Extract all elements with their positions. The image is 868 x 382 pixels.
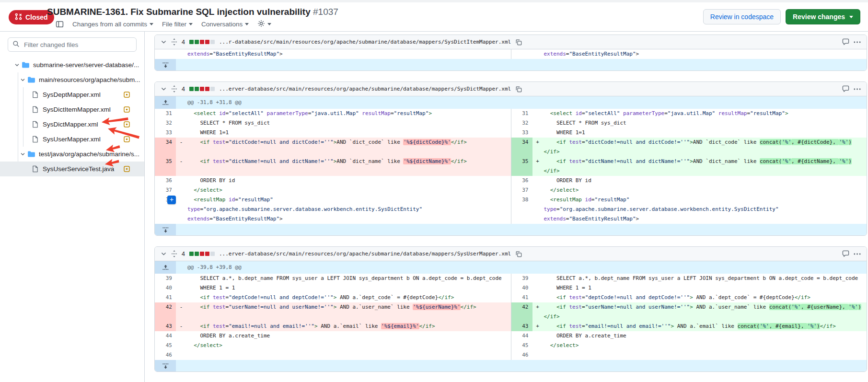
kebab-menu-icon[interactable] <box>854 41 861 43</box>
sidebar-toggle-icon[interactable] <box>56 20 64 28</box>
expand-up-button[interactable] <box>155 261 176 274</box>
chevron-down-icon[interactable] <box>18 77 27 82</box>
diff-right-cell: 37 </select> <box>511 185 867 195</box>
comment-icon[interactable] <box>842 38 849 46</box>
comment-icon[interactable] <box>842 85 849 93</box>
line-number[interactable]: 43 <box>511 322 532 331</box>
line-number[interactable]: 36 <box>511 176 532 185</box>
diff-left-cell: 36 ORDER BY id <box>155 176 511 185</box>
diffstat-deletion-square <box>200 252 204 256</box>
changes-from-dropdown[interactable]: Changes from all commits <box>72 21 153 28</box>
diffstat-addition-square <box>189 40 194 44</box>
line-number[interactable]: 41 <box>511 293 532 302</box>
kebab-menu-icon[interactable] <box>854 253 861 255</box>
line-number[interactable]: 38 <box>511 195 532 224</box>
line-number[interactable]: 46 <box>511 350 532 360</box>
line-number[interactable]: 32 <box>511 118 532 128</box>
tree-folder-item[interactable]: main/resources/org/apache/subm... <box>0 72 144 87</box>
copy-path-icon[interactable] <box>515 86 522 93</box>
filter-changed-files-input[interactable] <box>23 41 132 49</box>
line-number[interactable]: 42 <box>155 302 176 322</box>
line-number[interactable]: 45 <box>511 341 532 350</box>
code-line: <select id="selectAll" parameterType="ja… <box>543 109 867 118</box>
diff-main: 4...r-database/src/main/resources/org/ap… <box>145 32 868 382</box>
code-line: <if test="dictCode!=null and dictCode!='… <box>543 138 867 157</box>
line-number[interactable]: 35 <box>155 157 176 176</box>
diff-marker <box>532 283 543 293</box>
line-number[interactable]: 45 <box>155 341 176 350</box>
line-number[interactable]: 32 <box>155 118 176 128</box>
tree-file-item[interactable]: SysUserServiceTest.java <box>0 162 144 176</box>
tree-file-item[interactable]: SysUserMapper.xml <box>0 132 144 147</box>
line-number[interactable]: 44 <box>155 331 176 341</box>
pr-closed-icon <box>15 13 22 22</box>
line-number[interactable]: 37 <box>155 185 176 195</box>
line-number[interactable]: 34 <box>511 138 532 157</box>
diffstat-addition-square <box>189 252 194 256</box>
pr-header: Closed SUBMARINE-1361. Fix Submarine SQL… <box>0 2 868 32</box>
expand-down-button[interactable] <box>155 360 176 371</box>
code-line: SELECT a.*, b.dept_name FROM sys_user a … <box>543 274 867 283</box>
expand-down-button[interactable] <box>155 59 176 70</box>
tree-item-label: SysDictItemMapper.xml <box>43 106 111 113</box>
add-comment-button[interactable]: + <box>167 196 176 204</box>
line-number[interactable] <box>511 49 532 59</box>
review-in-codespace-button[interactable]: Review in codespace <box>703 9 781 24</box>
line-number[interactable]: 36 <box>155 176 176 185</box>
tree-file-item[interactable]: SysDeptMapper.xml <box>0 87 144 102</box>
diff-left-cell: 31 <select id="selectAll" parameterType=… <box>155 109 511 118</box>
diff-marker: + <box>532 322 543 331</box>
expand-up-button[interactable] <box>155 96 176 109</box>
comment-icon[interactable] <box>842 250 849 257</box>
line-number[interactable] <box>155 49 176 59</box>
line-number[interactable]: 35 <box>511 157 532 176</box>
collapse-chevron-icon[interactable] <box>161 39 167 45</box>
line-number[interactable]: 34 <box>155 138 176 157</box>
collapse-chevron-icon[interactable] <box>161 86 167 92</box>
copy-path-icon[interactable] <box>515 251 522 257</box>
line-number[interactable]: 40 <box>511 283 532 293</box>
line-number[interactable]: 43 <box>155 322 176 331</box>
line-number[interactable]: 46 <box>155 350 176 360</box>
line-number[interactable]: 39 <box>155 274 176 283</box>
drag-handle-icon[interactable] <box>171 85 177 93</box>
chevron-down-icon[interactable] <box>18 151 27 157</box>
file-path[interactable]: ...erver-database/src/main/resources/org… <box>219 251 511 257</box>
file-path[interactable]: ...erver-database/src/main/resources/org… <box>219 86 511 92</box>
diff-settings-dropdown[interactable] <box>257 20 271 29</box>
diff-row: 36 ORDER BY id36 ORDER BY id <box>155 176 867 185</box>
code-line: </select> <box>186 185 511 195</box>
hunk-row: @@ -39,8 +39,8 @@ <box>155 261 867 274</box>
modified-file-icon <box>124 106 130 113</box>
conversations-dropdown[interactable]: Conversations <box>201 21 249 28</box>
tree-folder-item[interactable]: test/java/org/apache/submarine/s... <box>0 147 144 162</box>
collapse-chevron-icon[interactable] <box>161 251 167 257</box>
code-line: WHERE 1 = 1 <box>543 283 867 293</box>
line-number[interactable]: 31 <box>155 109 176 118</box>
file-path[interactable]: ...r-database/src/main/resources/org/apa… <box>219 39 511 45</box>
tree-folder-item[interactable]: submarine-server/server-database/... <box>0 58 144 72</box>
line-number[interactable]: 40 <box>155 283 176 293</box>
expand-down-button[interactable] <box>155 224 176 235</box>
review-changes-button[interactable]: Review changes <box>786 9 860 24</box>
line-number[interactable]: 31 <box>511 109 532 118</box>
line-number[interactable]: 37 <box>511 185 532 195</box>
code-line: <if test="userName!=null and userName!='… <box>186 302 511 322</box>
file-filter-dropdown[interactable]: File filter <box>162 21 193 28</box>
line-number[interactable]: 33 <box>511 128 532 138</box>
diff-left-cell: 43- <if test="email!=null and email!=''"… <box>155 322 511 331</box>
tree-file-item[interactable]: SysDictItemMapper.xml <box>0 102 144 117</box>
drag-handle-icon[interactable] <box>171 250 177 257</box>
line-number[interactable]: 44 <box>511 331 532 341</box>
diffstat <box>189 252 215 256</box>
drag-handle-icon[interactable] <box>171 38 177 46</box>
line-number[interactable]: 39 <box>511 274 532 283</box>
diff-marker <box>532 118 543 128</box>
line-number[interactable]: 33 <box>155 128 176 138</box>
chevron-down-icon[interactable] <box>12 62 21 68</box>
copy-path-icon[interactable] <box>515 39 522 46</box>
line-number[interactable]: 42 <box>511 302 532 322</box>
tree-file-item[interactable]: SysDictMapper.xml <box>0 117 144 132</box>
line-number[interactable]: 41 <box>155 293 176 302</box>
kebab-menu-icon[interactable] <box>854 88 861 90</box>
